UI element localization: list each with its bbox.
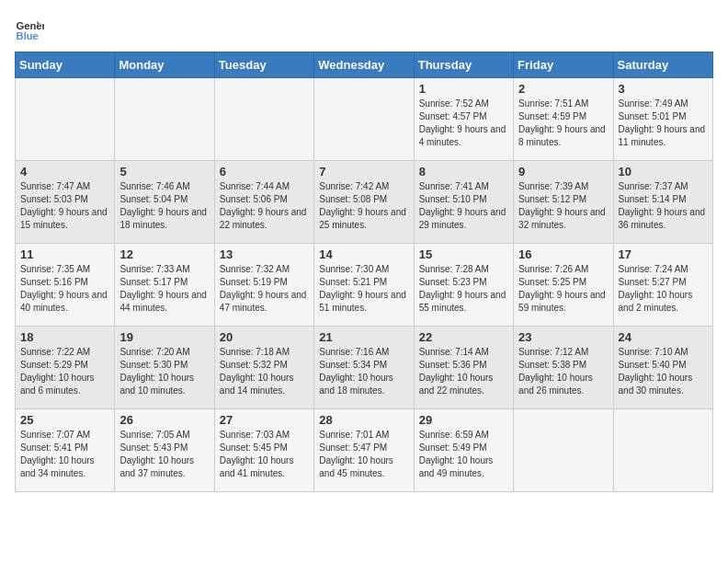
day-number: 9 [518,165,608,178]
day-number: 25 [20,413,109,427]
col-header-tuesday: Tuesday [214,52,313,78]
calendar-cell: 27Sunrise: 7:03 AM Sunset: 5:45 PM Dayli… [214,409,313,492]
day-info: Sunrise: 7:26 AM Sunset: 5:25 PM Dayligh… [518,263,608,315]
day-number: 2 [518,82,608,96]
day-info: Sunrise: 7:07 AM Sunset: 5:41 PM Dayligh… [20,429,109,480]
day-number: 23 [518,330,608,344]
day-info: Sunrise: 7:30 AM Sunset: 5:21 PM Dayligh… [319,263,408,315]
day-info: Sunrise: 7:44 AM Sunset: 5:06 PM Dayligh… [220,180,309,232]
day-info: Sunrise: 7:32 AM Sunset: 5:19 PM Dayligh… [220,263,309,315]
day-number: 16 [518,247,608,261]
day-info: Sunrise: 7:12 AM Sunset: 5:38 PM Dayligh… [518,346,608,397]
day-info: Sunrise: 7:37 AM Sunset: 5:14 PM Dayligh… [619,180,708,232]
col-header-sunday: Sunday [16,52,115,78]
calendar-cell: 7Sunrise: 7:42 AM Sunset: 5:08 PM Daylig… [314,161,414,244]
calendar-cell: 22Sunrise: 7:14 AM Sunset: 5:36 PM Dayli… [414,327,513,409]
day-number: 22 [419,330,508,344]
day-info: Sunrise: 7:16 AM Sunset: 5:34 PM Dayligh… [319,346,408,397]
calendar-cell: 5Sunrise: 7:46 AM Sunset: 5:04 PM Daylig… [115,161,214,244]
day-number: 21 [319,330,408,344]
calendar-cell: 26Sunrise: 7:05 AM Sunset: 5:43 PM Dayli… [115,409,214,492]
day-number: 6 [220,165,309,178]
day-number: 28 [319,413,408,427]
day-number: 27 [220,413,309,427]
col-header-wednesday: Wednesday [314,52,414,78]
day-info: Sunrise: 7:35 AM Sunset: 5:16 PM Dayligh… [20,263,109,315]
calendar-cell: 13Sunrise: 7:32 AM Sunset: 5:19 PM Dayli… [214,244,313,327]
calendar-cell: 6Sunrise: 7:44 AM Sunset: 5:06 PM Daylig… [214,161,313,244]
calendar-cell: 19Sunrise: 7:20 AM Sunset: 5:30 PM Dayli… [115,327,214,409]
col-header-friday: Friday [514,52,613,78]
day-number: 20 [220,330,309,344]
day-number: 12 [119,247,209,261]
day-info: Sunrise: 7:20 AM Sunset: 5:30 PM Dayligh… [119,346,209,397]
day-number: 11 [20,247,109,261]
day-info: Sunrise: 7:39 AM Sunset: 5:12 PM Dayligh… [518,180,608,232]
day-number: 7 [319,165,408,178]
day-number: 26 [119,413,209,427]
day-number: 18 [20,330,109,344]
calendar-cell: 10Sunrise: 7:37 AM Sunset: 5:14 PM Dayli… [613,161,712,244]
logo: General Blue [15,15,48,44]
calendar-cell: 14Sunrise: 7:30 AM Sunset: 5:21 PM Dayli… [314,244,414,327]
day-number: 29 [419,413,508,427]
day-info: Sunrise: 7:14 AM Sunset: 5:36 PM Dayligh… [419,346,508,397]
calendar-cell: 12Sunrise: 7:33 AM Sunset: 5:17 PM Dayli… [115,244,214,327]
day-number: 10 [619,165,708,178]
day-info: Sunrise: 7:28 AM Sunset: 5:23 PM Dayligh… [419,263,508,315]
day-number: 14 [319,247,408,261]
calendar-cell: 18Sunrise: 7:22 AM Sunset: 5:29 PM Dayli… [16,327,115,409]
day-info: Sunrise: 7:42 AM Sunset: 5:08 PM Dayligh… [319,180,408,232]
day-info: Sunrise: 7:24 AM Sunset: 5:27 PM Dayligh… [619,263,708,315]
day-info: Sunrise: 7:46 AM Sunset: 5:04 PM Dayligh… [119,180,209,232]
day-number: 3 [619,82,708,96]
calendar-cell: 17Sunrise: 7:24 AM Sunset: 5:27 PM Dayli… [613,244,712,327]
day-number: 13 [220,247,309,261]
calendar-cell [16,78,115,161]
calendar-cell [613,409,712,492]
calendar-cell [314,78,414,161]
calendar-cell [115,78,214,161]
day-number: 19 [119,330,209,344]
col-header-thursday: Thursday [414,52,513,78]
day-info: Sunrise: 7:22 AM Sunset: 5:29 PM Dayligh… [20,346,109,397]
logo-icon: General Blue [15,15,44,44]
calendar-cell [214,78,313,161]
col-header-saturday: Saturday [613,52,712,78]
calendar-cell: 20Sunrise: 7:18 AM Sunset: 5:32 PM Dayli… [214,327,313,409]
day-info: Sunrise: 7:05 AM Sunset: 5:43 PM Dayligh… [119,429,209,480]
calendar-cell: 29Sunrise: 6:59 AM Sunset: 5:49 PM Dayli… [414,409,513,492]
svg-text:General: General [17,20,44,31]
calendar-cell: 24Sunrise: 7:10 AM Sunset: 5:40 PM Dayli… [613,327,712,409]
day-info: Sunrise: 7:47 AM Sunset: 5:03 PM Dayligh… [20,180,109,232]
day-info: Sunrise: 7:41 AM Sunset: 5:10 PM Dayligh… [419,180,508,232]
day-number: 24 [619,330,708,344]
day-info: Sunrise: 7:33 AM Sunset: 5:17 PM Dayligh… [119,263,209,315]
calendar-cell: 15Sunrise: 7:28 AM Sunset: 5:23 PM Dayli… [414,244,513,327]
svg-text:Blue: Blue [17,30,39,41]
day-number: 1 [419,82,508,96]
calendar-cell: 28Sunrise: 7:01 AM Sunset: 5:47 PM Dayli… [314,409,414,492]
day-number: 17 [619,247,708,261]
day-number: 15 [419,247,508,261]
calendar-cell: 25Sunrise: 7:07 AM Sunset: 5:41 PM Dayli… [16,409,115,492]
day-info: Sunrise: 7:51 AM Sunset: 4:59 PM Dayligh… [518,98,608,149]
calendar-cell: 23Sunrise: 7:12 AM Sunset: 5:38 PM Dayli… [514,327,613,409]
calendar-cell: 11Sunrise: 7:35 AM Sunset: 5:16 PM Dayli… [16,244,115,327]
day-number: 8 [419,165,508,178]
day-info: Sunrise: 7:52 AM Sunset: 4:57 PM Dayligh… [419,98,508,149]
calendar-cell: 1Sunrise: 7:52 AM Sunset: 4:57 PM Daylig… [414,78,513,161]
calendar-cell: 9Sunrise: 7:39 AM Sunset: 5:12 PM Daylig… [514,161,613,244]
calendar-cell: 8Sunrise: 7:41 AM Sunset: 5:10 PM Daylig… [414,161,513,244]
day-info: Sunrise: 6:59 AM Sunset: 5:49 PM Dayligh… [419,429,508,480]
col-header-monday: Monday [115,52,214,78]
day-number: 5 [119,165,209,178]
header: General Blue [15,15,713,44]
day-number: 4 [20,165,109,178]
day-info: Sunrise: 7:18 AM Sunset: 5:32 PM Dayligh… [220,346,309,397]
calendar-cell: 2Sunrise: 7:51 AM Sunset: 4:59 PM Daylig… [514,78,613,161]
calendar-table: SundayMondayTuesdayWednesdayThursdayFrid… [15,52,713,492]
calendar-cell [514,409,613,492]
calendar-cell: 16Sunrise: 7:26 AM Sunset: 5:25 PM Dayli… [514,244,613,327]
day-info: Sunrise: 7:10 AM Sunset: 5:40 PM Dayligh… [619,346,708,397]
